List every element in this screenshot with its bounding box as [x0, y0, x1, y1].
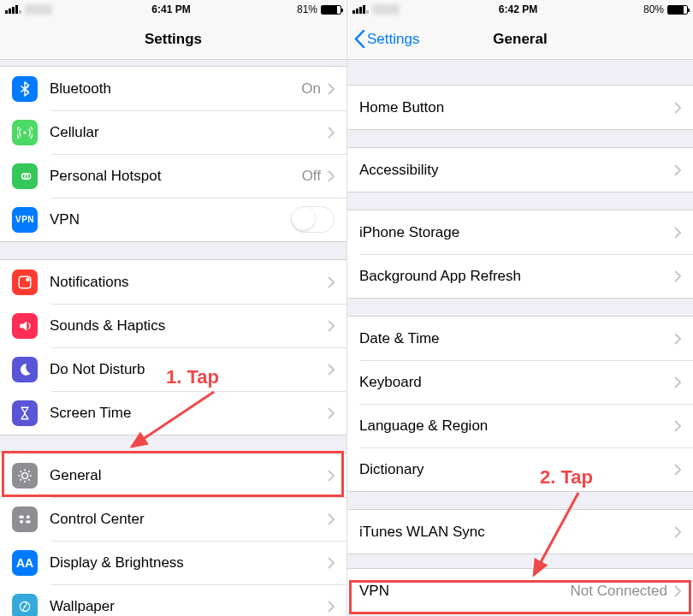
chevron-right-icon [674, 464, 681, 476]
row-dictionary[interactable]: Dictionary [347, 447, 693, 491]
chevron-right-icon [674, 164, 681, 176]
row-value: Off [302, 168, 321, 185]
notifications-icon [12, 270, 38, 295]
row-value: Not Connected [571, 583, 667, 600]
row-label: General [50, 467, 328, 484]
dnd-icon [12, 357, 38, 382]
battery-pct: 80% [643, 3, 664, 15]
status-bar: 6:41 PM 81% [0, 0, 346, 19]
row-label: Display & Brightness [50, 554, 328, 572]
row-sounds[interactable]: Sounds & Haptics [0, 304, 346, 347]
row-general[interactable]: General [0, 453, 346, 497]
row-bluetooth[interactable]: Bluetooth On [0, 67, 346, 110]
chevron-right-icon [328, 83, 335, 95]
signal-icon [5, 5, 21, 14]
back-label: Settings [367, 31, 419, 48]
svg-point-6 [22, 472, 28, 478]
row-label: Language & Region [359, 418, 674, 435]
row-notifications[interactable]: Notifications [0, 260, 346, 304]
chevron-right-icon [674, 102, 681, 114]
wallpaper-icon [12, 594, 38, 617]
page-title: General [493, 31, 547, 48]
page-title: Settings [145, 31, 202, 48]
chevron-right-icon [328, 407, 335, 419]
row-label: VPN [359, 583, 571, 600]
chevron-right-icon [674, 333, 681, 345]
chevron-right-icon [328, 470, 335, 482]
row-label: Wallpaper [50, 598, 328, 615]
svg-rect-7 [19, 515, 24, 518]
row-storage[interactable]: iPhone Storage [347, 210, 693, 254]
row-label: Keyboard [359, 374, 674, 391]
group-separator [347, 192, 693, 210]
carrier-blur [372, 4, 400, 15]
row-label: Control Center [50, 511, 328, 528]
chevron-right-icon [674, 270, 681, 282]
bluetooth-icon [12, 76, 38, 102]
screentime-icon [12, 400, 38, 426]
settings-list[interactable]: Bluetooth On Cellular Personal Hotspot O… [0, 60, 346, 616]
chevron-right-icon [328, 364, 335, 376]
row-label: iPhone Storage [359, 224, 674, 241]
row-label: Accessibility [359, 162, 674, 179]
row-screentime[interactable]: Screen Time [0, 391, 346, 435]
group-separator [347, 554, 693, 569]
row-accessibility[interactable]: Accessibility [347, 148, 693, 192]
settings-screen: 6:41 PM 81% Settings Bluetooth On Cellul… [0, 0, 346, 616]
general-list[interactable]: Home Button Accessibility iPhone Storage… [347, 60, 693, 616]
row-label: Notifications [50, 274, 328, 291]
row-cellular[interactable]: Cellular [0, 110, 346, 154]
chevron-right-icon [674, 526, 681, 538]
row-vpn[interactable]: VPN Not Connected [347, 569, 693, 613]
status-time: 6:41 PM [151, 3, 190, 15]
row-itunes[interactable]: iTunes WLAN Sync [347, 510, 693, 554]
row-label: VPN [50, 211, 291, 228]
row-wallpaper[interactable]: Wallpaper [0, 584, 346, 616]
row-homebutton[interactable]: Home Button [347, 86, 693, 129]
chevron-right-icon [328, 557, 335, 569]
svg-point-3 [23, 131, 26, 133]
chevron-right-icon [328, 513, 335, 525]
back-button[interactable]: Settings [354, 30, 419, 48]
row-hotspot[interactable]: Personal Hotspot Off [0, 154, 346, 198]
row-label: Bluetooth [50, 80, 301, 98]
group-separator [347, 298, 693, 317]
row-controlcenter[interactable]: Control Center [0, 497, 346, 541]
chevron-right-icon [674, 585, 681, 597]
nav-header: Settings [0, 19, 346, 60]
group-separator [347, 491, 693, 510]
chevron-right-icon [674, 376, 681, 388]
chevron-right-icon [674, 227, 681, 239]
group-separator [347, 129, 693, 148]
chevron-right-icon [328, 170, 335, 182]
row-label: Background App Refresh [359, 268, 674, 285]
svg-rect-9 [26, 520, 31, 523]
row-label: Screen Time [50, 405, 328, 422]
chevron-right-icon [674, 420, 681, 432]
row-bgrefresh[interactable]: Background App Refresh [347, 254, 693, 298]
sounds-icon [12, 313, 38, 339]
row-label: Date & Time [359, 330, 674, 347]
status-time: 6:42 PM [499, 3, 537, 15]
nav-header: Settings General [347, 19, 693, 60]
row-display[interactable]: AA Display & Brightness [0, 541, 346, 584]
group-separator [0, 60, 346, 67]
row-datetime[interactable]: Date & Time [347, 317, 693, 360]
row-dnd[interactable]: Do Not Disturb [0, 347, 346, 391]
row-value: On [301, 80, 321, 98]
chevron-right-icon [328, 127, 335, 139]
svg-point-5 [26, 277, 30, 281]
row-keyboard[interactable]: Keyboard [347, 360, 693, 404]
chevron-right-icon [328, 320, 335, 332]
signal-icon [352, 5, 369, 14]
svg-point-10 [20, 519, 23, 523]
row-label: Home Button [359, 99, 674, 116]
row-label: Cellular [50, 124, 328, 141]
row-vpn[interactable]: VPN VPN [0, 198, 346, 241]
row-language[interactable]: Language & Region [347, 404, 693, 447]
vpn-toggle[interactable] [291, 206, 335, 233]
row-label: Dictionary [359, 461, 674, 478]
row-label: Sounds & Haptics [50, 317, 328, 335]
chevron-right-icon [328, 601, 335, 613]
hotspot-icon [12, 163, 38, 189]
